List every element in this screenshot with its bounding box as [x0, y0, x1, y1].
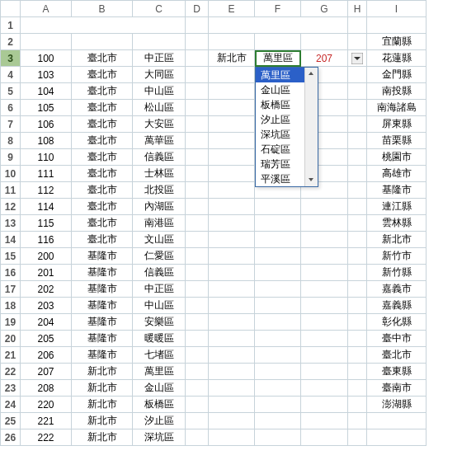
empty-cell[interactable]	[209, 100, 255, 116]
row-header[interactable]: 18	[1, 298, 21, 314]
empty-cell[interactable]	[209, 67, 255, 83]
empty-cell[interactable]	[209, 215, 255, 232]
row-header[interactable]: 3	[1, 50, 21, 67]
empty-cell[interactable]	[209, 347, 255, 364]
row-header[interactable]: 5	[1, 83, 21, 100]
row-header[interactable]: 21	[1, 347, 21, 364]
empty-cell[interactable]	[255, 281, 301, 298]
empty-cell[interactable]	[209, 232, 255, 248]
empty-cell[interactable]	[301, 232, 348, 248]
empty-cell[interactable]	[209, 429, 255, 446]
row-header[interactable]: 22	[1, 364, 21, 380]
row-header[interactable]: 6	[1, 100, 21, 116]
empty-cell[interactable]	[186, 397, 209, 413]
dropdown-list[interactable]: 萬里區金山區板橋區汐止區深坑區石碇區瑞芳區平溪區	[255, 67, 318, 187]
col-header-E[interactable]: E	[209, 1, 255, 17]
empty-cell[interactable]	[209, 397, 255, 413]
query-city[interactable]: 新北市	[209, 50, 255, 67]
empty-cell[interactable]	[186, 67, 209, 83]
row-header[interactable]: 26	[1, 429, 21, 446]
row-header[interactable]: 9	[1, 149, 21, 166]
empty-cell[interactable]	[348, 199, 367, 215]
empty-cell[interactable]	[301, 413, 348, 429]
empty-cell[interactable]	[348, 232, 367, 248]
empty-cell[interactable]	[209, 413, 255, 429]
empty-cell[interactable]	[209, 83, 255, 100]
scroll-down-icon[interactable]	[305, 174, 318, 186]
row-header[interactable]: 25	[1, 413, 21, 429]
empty-cell[interactable]	[186, 34, 209, 50]
query-district[interactable]: 萬里區	[255, 50, 301, 67]
row-header[interactable]: 13	[1, 215, 21, 232]
empty-cell[interactable]	[186, 166, 209, 182]
empty-cell[interactable]	[186, 265, 209, 281]
row-header[interactable]: 24	[1, 397, 21, 413]
empty-cell[interactable]	[209, 133, 255, 149]
empty-cell[interactable]	[209, 364, 255, 380]
row-header[interactable]: 14	[1, 232, 21, 248]
row-header[interactable]: 11	[1, 182, 21, 199]
row-header[interactable]: 1	[1, 17, 21, 34]
empty-cell[interactable]	[209, 331, 255, 347]
empty-cell[interactable]	[209, 265, 255, 281]
empty-cell[interactable]	[255, 314, 301, 331]
empty-cell[interactable]	[301, 380, 348, 397]
empty-cell[interactable]	[301, 314, 348, 331]
col-header-A[interactable]: A	[21, 1, 72, 17]
empty-cell[interactable]	[209, 380, 255, 397]
empty-cell[interactable]	[186, 133, 209, 149]
empty-cell[interactable]	[348, 314, 367, 331]
empty-cell[interactable]	[186, 380, 209, 397]
empty-cell[interactable]	[348, 281, 367, 298]
empty-cell[interactable]	[186, 331, 209, 347]
col-header-G[interactable]: G	[301, 1, 348, 17]
empty-cell[interactable]	[186, 298, 209, 314]
corner-cell[interactable]	[1, 1, 21, 17]
row-header[interactable]: 15	[1, 248, 21, 265]
empty-cell[interactable]	[255, 215, 301, 232]
empty-cell[interactable]	[301, 429, 348, 446]
empty-cell[interactable]	[255, 331, 301, 347]
empty-cell[interactable]	[186, 429, 209, 446]
empty-cell[interactable]	[255, 364, 301, 380]
empty-cell[interactable]	[255, 413, 301, 429]
empty-cell[interactable]	[186, 116, 209, 133]
col-header-D[interactable]: D	[186, 1, 209, 17]
empty-cell[interactable]	[209, 298, 255, 314]
empty-cell[interactable]	[186, 199, 209, 215]
empty-cell[interactable]	[255, 298, 301, 314]
empty-cell[interactable]	[186, 182, 209, 199]
empty-cell[interactable]	[348, 265, 367, 281]
empty-cell[interactable]	[348, 397, 367, 413]
empty-cell[interactable]	[209, 281, 255, 298]
empty-cell[interactable]	[301, 281, 348, 298]
empty-cell[interactable]	[186, 50, 209, 67]
row-header[interactable]: 12	[1, 199, 21, 215]
empty-cell[interactable]	[209, 182, 255, 199]
empty-cell[interactable]	[348, 83, 367, 100]
empty-cell[interactable]	[209, 166, 255, 182]
scroll-up-icon[interactable]	[305, 68, 318, 80]
empty-cell[interactable]	[348, 429, 367, 446]
empty-cell[interactable]	[186, 83, 209, 100]
row-header[interactable]: 8	[1, 133, 21, 149]
empty-cell[interactable]	[186, 232, 209, 248]
empty-cell[interactable]	[348, 380, 367, 397]
empty-cell[interactable]	[348, 100, 367, 116]
empty-cell[interactable]	[186, 347, 209, 364]
empty-cell[interactable]	[255, 347, 301, 364]
empty-cell[interactable]	[255, 429, 301, 446]
empty-cell[interactable]	[348, 133, 367, 149]
row-header[interactable]: 2	[1, 34, 21, 50]
empty-cell[interactable]	[255, 380, 301, 397]
empty-cell[interactable]	[255, 265, 301, 281]
empty-cell[interactable]	[209, 116, 255, 133]
col-header-I[interactable]: I	[367, 1, 427, 17]
empty-cell[interactable]	[348, 166, 367, 182]
empty-cell[interactable]	[186, 215, 209, 232]
empty-cell[interactable]	[301, 265, 348, 281]
empty-cell[interactable]	[348, 215, 367, 232]
empty-cell[interactable]	[209, 248, 255, 265]
empty-cell[interactable]	[348, 248, 367, 265]
empty-cell[interactable]	[301, 215, 348, 232]
